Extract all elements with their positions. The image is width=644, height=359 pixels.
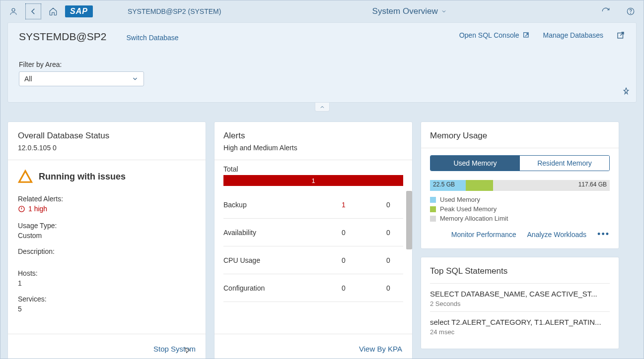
hosts-value: 1 xyxy=(18,279,196,287)
alert-row[interactable]: CPU Usage 0 0 xyxy=(223,246,403,274)
view-by-kpa-link[interactable]: View By KPA xyxy=(359,345,402,353)
hosts-label: Hosts: xyxy=(18,269,196,277)
chevron-down-icon xyxy=(132,75,139,82)
status-card-version: 12.0.5.105 0 xyxy=(18,144,196,152)
alert-name: CPU Usage xyxy=(223,256,314,264)
alert-high-count: 1 xyxy=(314,201,373,209)
alert-med-count: 0 xyxy=(373,229,403,237)
alerts-total-bar[interactable]: 1 xyxy=(223,175,403,186)
memory-tabs: Used Memory Resident Memory xyxy=(430,155,610,171)
switch-database-link[interactable]: Switch Database xyxy=(127,34,179,42)
help-icon[interactable] xyxy=(623,3,639,19)
legend-swatch-limit xyxy=(430,216,436,222)
overall-status-card: Overall Database Status 12.0.5.105 0 Run… xyxy=(7,121,206,359)
services-label: Services: xyxy=(18,295,196,303)
alert-med-count: 0 xyxy=(373,256,403,264)
tab-used-memory[interactable]: Used Memory xyxy=(430,156,520,171)
high-alert-link[interactable]: 1 high xyxy=(18,205,196,213)
usage-type-label: Usage Type: xyxy=(18,222,196,230)
open-sql-console-link[interactable]: Open SQL Console xyxy=(459,31,530,39)
refresh-icon[interactable] xyxy=(598,3,614,19)
connection-text[interactable]: SYSTEMDB@SP2 (SYSTEM) xyxy=(128,7,221,15)
alert-name: Backup xyxy=(223,201,314,209)
sql-time: 2 Seconds xyxy=(430,300,610,307)
more-options-icon[interactable]: ••• xyxy=(597,229,610,239)
legend-swatch-used xyxy=(430,197,436,203)
status-text: Running with issues xyxy=(39,172,126,182)
chevron-up-icon xyxy=(319,104,325,110)
sql-row[interactable]: SELECT DATABASE_NAME, CASE ACTIVE_ST... … xyxy=(430,283,610,311)
memory-bar: 22.5 GB 117.64 GB xyxy=(430,180,610,191)
memory-card-title: Memory Usage xyxy=(430,131,610,141)
alert-name: Availability xyxy=(223,229,314,237)
svg-point-0 xyxy=(12,8,15,11)
external-link-icon xyxy=(522,31,530,39)
svg-point-2 xyxy=(631,13,631,13)
manage-databases-link[interactable]: Manage Databases xyxy=(543,31,603,39)
alerts-card-title: Alerts xyxy=(223,131,403,141)
cards-container: Overall Database Status 12.0.5.105 0 Run… xyxy=(0,112,644,359)
usage-type-value: Custom xyxy=(18,232,196,239)
sql-card-title: Top SQL Statements xyxy=(430,266,610,276)
svg-rect-3 xyxy=(523,33,528,37)
services-value: 5 xyxy=(18,305,196,313)
alert-high-count: 0 xyxy=(314,229,373,237)
home-icon[interactable] xyxy=(45,3,61,19)
cursor-icon xyxy=(184,347,192,355)
filter-label: Filter by Area: xyxy=(19,60,625,68)
alert-row[interactable]: Availability 0 0 xyxy=(223,219,403,246)
memory-legend: Used Memory Peak Used Memory Memory Allo… xyxy=(430,196,610,222)
filter-area-select[interactable]: All xyxy=(19,71,144,86)
share-icon[interactable] xyxy=(616,31,625,40)
description-label: Description: xyxy=(18,247,196,255)
alert-high-count: 0 xyxy=(314,256,373,264)
used-memory-value: 22.5 GB xyxy=(433,181,455,188)
alert-high-count: 0 xyxy=(314,284,373,292)
sap-logo: SAP xyxy=(65,5,93,17)
sql-time: 24 msec xyxy=(430,328,610,336)
related-alerts-label: Related Alerts: xyxy=(18,195,196,203)
alerts-card: Alerts High and Medium Alerts Total 1 Ba… xyxy=(214,121,413,359)
sql-row[interactable]: select T2.ALERT_CATEGORY, T1.ALERT_RATIN… xyxy=(430,311,610,340)
chevron-down-icon xyxy=(441,8,447,14)
alert-circle-icon xyxy=(18,205,25,213)
memory-limit-value: 117.64 GB xyxy=(578,181,607,188)
alerts-total-label: Total xyxy=(223,165,403,173)
alert-med-count: 0 xyxy=(373,201,403,209)
user-icon[interactable] xyxy=(5,3,21,19)
memory-usage-card: Memory Usage Used Memory Resident Memory… xyxy=(421,121,619,249)
status-card-title: Overall Database Status xyxy=(18,131,196,141)
analyze-workloads-link[interactable]: Analyze Workloads xyxy=(527,231,587,239)
header-panel: SYSTEMDB@SP2 Switch Database Open SQL Co… xyxy=(7,22,637,103)
alerts-card-subtitle: High and Medium Alerts xyxy=(223,144,403,152)
sql-statement: select T2.ALERT_CATEGORY, T1.ALERT_RATIN… xyxy=(430,318,610,326)
alert-med-count: 0 xyxy=(373,284,403,292)
page-title-dropdown[interactable]: System Overview xyxy=(372,6,447,16)
filter-value: All xyxy=(24,75,32,83)
alert-row[interactable]: Backup 1 0 xyxy=(223,191,403,219)
collapse-header-tab[interactable] xyxy=(315,103,330,112)
page-title-label: System Overview xyxy=(372,6,438,16)
back-icon[interactable] xyxy=(25,3,41,19)
alert-name: Configuration xyxy=(223,284,314,292)
warning-icon xyxy=(18,169,33,184)
alert-row[interactable]: Configuration 0 0 xyxy=(223,274,403,302)
database-title: SYSTEMDB@SP2 xyxy=(19,31,107,43)
monitor-performance-link[interactable]: Monitor Performance xyxy=(451,231,516,239)
alerts-table: Backup 1 0Availability 0 0CPU Usage 0 0C… xyxy=(223,191,403,302)
top-sql-card: Top SQL Statements SELECT DATABASE_NAME,… xyxy=(421,257,619,349)
pin-icon[interactable] xyxy=(622,87,630,97)
scrollbar-thumb[interactable] xyxy=(406,191,412,249)
sql-statement: SELECT DATABASE_NAME, CASE ACTIVE_ST... xyxy=(430,290,610,298)
legend-swatch-peak xyxy=(430,206,436,212)
top-bar: SAP SYSTEMDB@SP2 (SYSTEM) System Overvie… xyxy=(0,0,644,22)
tab-resident-memory[interactable]: Resident Memory xyxy=(520,156,609,171)
